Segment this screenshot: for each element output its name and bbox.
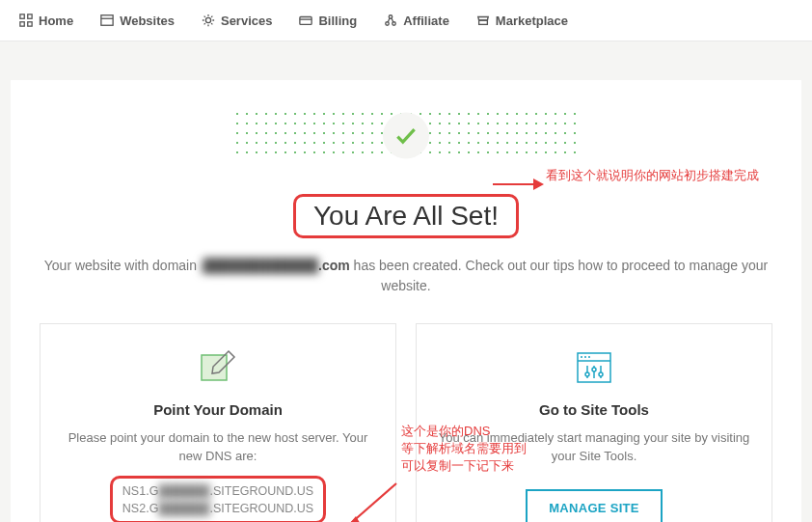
svg-point-25 [592, 368, 596, 371]
nav-marketplace[interactable]: Marketplace [476, 14, 568, 28]
manage-site-button[interactable]: MANAGE SITE [526, 489, 663, 522]
marketplace-icon [476, 14, 490, 27]
domain-name-blur: j████████████ [201, 256, 318, 276]
cards-row: Point Your Domain Please point your doma… [40, 323, 772, 522]
svg-rect-7 [300, 17, 311, 25]
billing-icon [299, 14, 312, 27]
svg-point-24 [585, 372, 589, 376]
svg-rect-2 [20, 22, 24, 26]
grid-icon [19, 14, 33, 27]
svg-line-13 [392, 18, 393, 22]
nav-home-label: Home [39, 14, 73, 28]
nav-inner: Home Websites Services Billing Affiliate… [19, 0, 793, 41]
dns-box: NS1.G██████.SITEGROUND.US NS2.G██████.SI… [110, 476, 326, 522]
nav-affiliate-label: Affiliate [403, 14, 449, 28]
check-icon [393, 124, 419, 149]
card-point-domain: Point Your Domain Please point your doma… [40, 323, 396, 522]
domain-suffix: .com [318, 258, 350, 273]
services-icon [202, 14, 215, 27]
nav-home[interactable]: Home [19, 14, 73, 28]
svg-rect-4 [101, 15, 113, 26]
card-left-text: Please point your domain to the new host… [62, 429, 374, 466]
sitetools-icon [572, 345, 616, 390]
nav-websites-label: Websites [120, 14, 175, 28]
title-row: You Are All Set! [40, 194, 772, 238]
svg-rect-3 [28, 22, 32, 26]
nav-affiliate[interactable]: Affiliate [384, 14, 449, 28]
nav-websites[interactable]: Websites [100, 14, 175, 28]
subtext: Your website with domain j████████████.c… [40, 256, 772, 296]
svg-point-11 [392, 22, 396, 26]
page-container: You Are All Set! Your website with domai… [11, 80, 801, 522]
svg-point-26 [599, 372, 603, 376]
sub-pre: Your website with domain [44, 258, 201, 273]
success-check-badge [383, 113, 429, 159]
websites-icon [100, 14, 114, 27]
svg-line-12 [388, 18, 390, 22]
svg-point-19 [584, 356, 586, 358]
svg-point-10 [386, 22, 390, 26]
pencil-note-icon [196, 345, 240, 390]
svg-rect-0 [20, 14, 24, 18]
card-right-text: You can immediately start managing your … [438, 429, 750, 466]
dots-band [40, 109, 772, 167]
annotation-title: 看到这个就说明你的网站初步搭建完成 [546, 167, 759, 184]
svg-rect-1 [28, 14, 32, 18]
svg-point-18 [581, 356, 582, 358]
card-left-title: Point Your Domain [62, 401, 374, 418]
dns-line-1: NS1.G██████.SITEGROUND.US [122, 482, 313, 500]
svg-rect-14 [478, 20, 487, 24]
affiliate-icon [384, 14, 397, 27]
svg-point-20 [588, 356, 590, 358]
nav-marketplace-label: Marketplace [496, 14, 568, 28]
nav-services-label: Services [221, 14, 273, 28]
dns-line-2: NS2.G██████.SITEGROUND.US [122, 500, 313, 517]
page-title: You Are All Set! [293, 194, 519, 238]
sub-post: has been created. Check out our tips how… [350, 258, 769, 293]
svg-marker-27 [533, 179, 544, 190]
nav-billing-label: Billing [318, 14, 357, 28]
card-right-title: Go to Site Tools [438, 401, 750, 418]
nav-billing[interactable]: Billing [299, 14, 357, 28]
nav-services[interactable]: Services [202, 14, 273, 28]
svg-point-6 [205, 17, 210, 22]
top-nav: Home Websites Services Billing Affiliate… [0, 0, 812, 41]
card-site-tools: Go to Site Tools You can immediately sta… [416, 323, 772, 522]
